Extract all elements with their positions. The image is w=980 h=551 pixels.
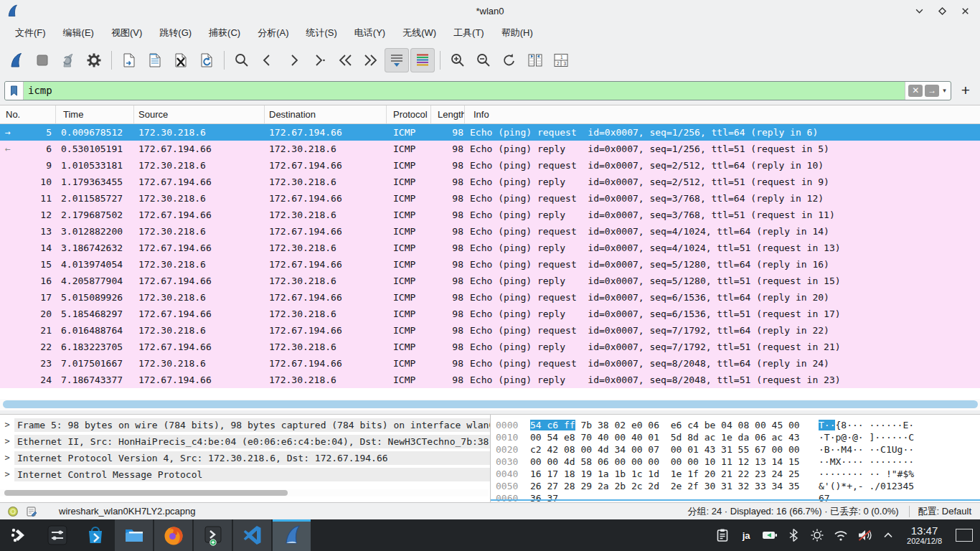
taskbar-clock[interactable]: 13:47 2024/12/8 [903, 525, 946, 546]
menu-item-4[interactable]: 跳转(G) [151, 23, 199, 43]
column-header-no[interactable]: No. [0, 105, 56, 123]
menu-item-6[interactable]: 分析(A) [250, 23, 296, 43]
tray-clipboard[interactable] [713, 526, 732, 545]
show-desktop-button[interactable] [956, 529, 973, 542]
packet-row-5[interactable]: 50.009678512172.30.218.6172.67.194.66ICM… [0, 124, 980, 141]
layout-123-button[interactable]: 123 [549, 48, 573, 72]
go-first-button[interactable] [333, 48, 357, 72]
hex-row-0000[interactable]: 000054 c6 ff 7b 38 02 e0 06 e6 c4 be 04 … [491, 419, 980, 431]
tray-brightness[interactable] [808, 526, 826, 545]
capture-options-button[interactable] [82, 48, 106, 72]
taskbar-app-file-manager[interactable] [115, 519, 153, 551]
expand-twisty-icon[interactable]: > [0, 435, 14, 448]
packet-row-22[interactable]: 226.183223705172.67.194.66172.30.218.6IC… [0, 339, 980, 355]
auto-scroll-button[interactable] [385, 48, 409, 72]
stop-capture-button[interactable] [30, 48, 55, 72]
packet-row-24[interactable]: 247.186743377172.67.194.66172.30.218.6IC… [0, 372, 980, 388]
column-header-info[interactable]: Info [465, 105, 980, 123]
detail-line-2[interactable]: >Ethernet II, Src: HonHaiPrecis_c4:be:04… [0, 435, 490, 448]
packet-row-14[interactable]: 143.186742632172.67.194.66172.30.218.6IC… [0, 240, 980, 256]
filter-dropdown-caret[interactable]: ▾ [941, 87, 948, 94]
menu-item-11[interactable]: 帮助(H) [494, 23, 541, 43]
hex-row-0020[interactable]: 0020c2 42 08 00 4d 34 00 07 00 01 43 31 … [491, 443, 980, 456]
detail-line-4[interactable]: >Internet Control Message Protocol [0, 468, 490, 481]
detail-line-1[interactable]: >Frame 5: 98 bytes on wire (784 bits), 9… [0, 418, 490, 432]
column-header-protocol[interactable]: Protocol [387, 105, 431, 123]
taskbar-app-system-settings[interactable] [38, 519, 76, 551]
menu-item-3[interactable]: 视图(V) [103, 23, 150, 43]
menu-item-8[interactable]: 电话(Y) [347, 23, 393, 43]
capture-comment-icon[interactable] [26, 506, 37, 517]
open-file-button[interactable] [117, 48, 141, 72]
packet-row-21[interactable]: 216.016488764172.30.218.6172.67.194.66IC… [0, 322, 980, 339]
tray-volume-muted[interactable] [855, 526, 874, 545]
taskbar-app-wireshark[interactable] [273, 519, 311, 551]
filter-apply-button[interactable]: → [925, 85, 939, 97]
maximize-button[interactable] [936, 4, 948, 17]
go-to-packet-button[interactable] [307, 48, 331, 72]
menu-item-5[interactable]: 捕获(C) [201, 23, 248, 43]
column-header-source[interactable]: Source [134, 105, 265, 123]
detail-line-3[interactable]: >Internet Protocol Version 4, Src: 172.3… [0, 451, 490, 465]
resize-columns-button[interactable] [523, 48, 547, 72]
taskbar-app-discover[interactable] [76, 519, 114, 551]
tray-caret-up[interactable] [879, 526, 897, 545]
hex-row-0040[interactable]: 004016 17 18 19 1a 1b 1c 1d 1e 1f 20 21 … [491, 468, 980, 480]
menu-item-9[interactable]: 无线(W) [395, 23, 444, 43]
hex-row-0050[interactable]: 005026 27 28 29 2a 2b 2c 2d 2e 2f 30 31 … [491, 480, 980, 492]
expand-twisty-icon[interactable]: > [0, 418, 14, 432]
packet-row-16[interactable]: 164.205877904172.67.194.66172.30.218.6IC… [0, 273, 980, 289]
restart-capture-button[interactable] [56, 48, 80, 72]
packet-list-hscrollbar-thumb[interactable] [3, 400, 978, 408]
packet-row-6[interactable]: 60.530105191172.67.194.66172.30.218.6ICM… [0, 141, 980, 157]
colorize-button[interactable] [410, 48, 435, 72]
go-last-button[interactable] [359, 48, 383, 72]
taskbar-app-firefox[interactable] [154, 519, 192, 551]
taskbar-app-vscode[interactable] [233, 519, 271, 551]
zoom-reset-button[interactable] [497, 48, 522, 72]
packet-row-13[interactable]: 133.012882200172.30.218.6172.67.194.66IC… [0, 223, 980, 240]
filter-clear-button[interactable]: ✕ [908, 85, 923, 97]
minimize-button[interactable] [913, 4, 925, 17]
packet-row-20[interactable]: 205.185468297172.67.194.66172.30.218.6IC… [0, 306, 980, 322]
close-button[interactable] [958, 4, 971, 17]
menu-item-7[interactable]: 统计(S) [298, 23, 344, 43]
menu-item-2[interactable]: 编辑(E) [55, 23, 102, 43]
save-file-button[interactable] [143, 48, 167, 72]
tray-input-method-badge[interactable]: ja [737, 526, 755, 545]
packet-row-17[interactable]: 175.015089926172.30.218.6172.67.194.66IC… [0, 289, 980, 306]
filter-add-button[interactable]: + [957, 83, 974, 98]
packet-row-10[interactable]: 101.179363455172.67.194.66172.30.218.6IC… [0, 174, 980, 190]
expand-twisty-icon[interactable]: > [0, 468, 14, 481]
tray-battery[interactable] [760, 526, 779, 545]
packet-row-12[interactable]: 122.179687502172.67.194.66172.30.218.6IC… [0, 207, 980, 223]
start-capture-button[interactable] [4, 48, 29, 72]
expand-twisty-icon[interactable]: > [0, 451, 14, 465]
menu-item-10[interactable]: 工具(T) [446, 23, 492, 43]
tray-bluetooth[interactable] [784, 526, 803, 545]
packet-row-15[interactable]: 154.013974054172.30.218.6172.67.194.66IC… [0, 256, 980, 273]
expert-info-icon[interactable] [7, 506, 19, 517]
column-header-length[interactable]: Length [431, 105, 465, 123]
zoom-out-button[interactable] [471, 48, 496, 72]
menu-item-1[interactable]: 文件(F) [7, 23, 54, 43]
profile-selector[interactable]: 配置: Default [910, 505, 980, 518]
hex-row-0030[interactable]: 003000 00 4d 58 06 00 00 00 00 00 10 11 … [491, 456, 980, 468]
display-filter-input[interactable] [24, 85, 905, 96]
packet-row-11[interactable]: 112.011585727172.30.218.6172.67.194.66IC… [0, 190, 980, 207]
zoom-in-button[interactable] [446, 48, 470, 72]
reload-file-button[interactable] [194, 48, 219, 72]
close-file-button[interactable] [169, 48, 193, 72]
packet-row-23[interactable]: 237.017501667172.30.218.6172.67.194.66IC… [0, 355, 980, 372]
tray-wifi[interactable] [831, 526, 850, 545]
details-hscrollbar-thumb[interactable] [4, 490, 288, 496]
filter-bookmark-button[interactable] [5, 82, 24, 100]
packet-row-9[interactable]: 91.010533181172.30.218.6172.67.194.66ICM… [0, 157, 980, 174]
go-back-button[interactable] [255, 48, 280, 72]
column-header-destination[interactable]: Destination [265, 105, 387, 123]
column-header-time[interactable]: Time [56, 105, 134, 123]
go-forward-button[interactable] [281, 48, 306, 72]
taskbar-app-app-launcher[interactable] [0, 519, 38, 551]
hex-row-0010[interactable]: 001000 54 e8 70 40 00 40 01 5d 8d ac 1e … [491, 431, 980, 443]
taskbar-app-terminal[interactable] [194, 519, 232, 551]
